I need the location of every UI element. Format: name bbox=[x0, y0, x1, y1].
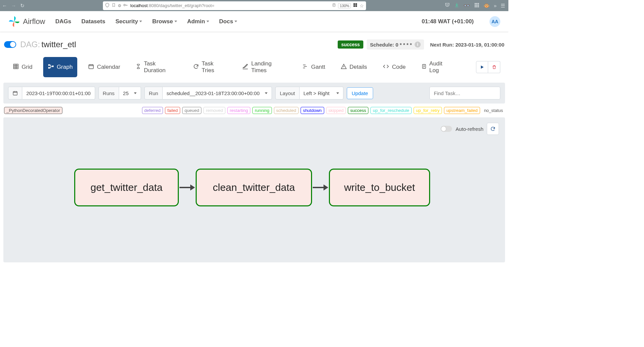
state-chip-running[interactable]: running bbox=[252, 107, 272, 114]
chevron-down-icon bbox=[174, 21, 177, 22]
state-chip-skipped[interactable]: skipped bbox=[326, 107, 346, 114]
nav-item-dags[interactable]: DAGs bbox=[55, 18, 71, 25]
svg-rect-7 bbox=[476, 3, 477, 4]
delete-dag-button[interactable] bbox=[488, 61, 500, 73]
dag-title-name: twitter_etl bbox=[41, 40, 76, 49]
refresh-icon bbox=[490, 126, 496, 132]
find-task-input[interactable] bbox=[429, 87, 500, 99]
reader-icon[interactable] bbox=[332, 3, 336, 8]
state-chip-deferred[interactable]: deferred bbox=[142, 107, 163, 114]
state-chip-failed[interactable]: failed bbox=[165, 107, 180, 114]
state-chip-queued[interactable]: queued bbox=[182, 107, 201, 114]
graph-area[interactable]: get_twitter_data clean_twitter_data writ… bbox=[3, 135, 505, 229]
refresh-button[interactable] bbox=[487, 123, 499, 135]
tab-graph[interactable]: Graph bbox=[43, 57, 77, 77]
bookmark-indicator-icon bbox=[112, 3, 116, 8]
dag-schedule-badge: Schedule: 0 * * * * i bbox=[367, 39, 424, 50]
dag-status-badge: success bbox=[338, 40, 363, 49]
tab-label: Gantt bbox=[311, 64, 325, 70]
nav-item-security[interactable]: Security bbox=[115, 18, 142, 25]
pinwheel-icon bbox=[8, 16, 20, 28]
graph-filter-toolbar: 2023-01-19T00:00:01+01:00 Runs 25 Run sc… bbox=[3, 83, 505, 104]
tab-gantt[interactable]: Gantt bbox=[298, 57, 330, 77]
star-bookmark-icon[interactable]: ☆ bbox=[360, 3, 364, 8]
dag-view-tabs: GridGraphCalendarTask DurationTask Tries… bbox=[0, 54, 508, 83]
svg-rect-16 bbox=[49, 64, 50, 66]
tab-audit-log[interactable]: Audit Log bbox=[417, 57, 457, 77]
grid-icon bbox=[13, 63, 19, 71]
calendar-icon[interactable] bbox=[8, 87, 22, 99]
state-chip-upstream_failed[interactable]: upstream_failed bbox=[444, 107, 480, 114]
auto-refresh-label: Auto-refresh bbox=[455, 126, 483, 132]
no-status-legend: no_status bbox=[483, 107, 504, 114]
tab-label: Calendar bbox=[97, 64, 120, 70]
svg-rect-11 bbox=[478, 5, 479, 6]
task-node-0[interactable]: get_twitter_data bbox=[74, 169, 179, 206]
trigger-dag-button[interactable] bbox=[476, 61, 488, 73]
state-chip-shutdown[interactable]: shutdown bbox=[301, 107, 324, 114]
svg-rect-3 bbox=[356, 3, 357, 5]
state-chip-up_for_reschedule[interactable]: up_for_reschedule bbox=[370, 107, 412, 114]
nav-item-datasets[interactable]: Datasets bbox=[81, 18, 105, 25]
svg-rect-6 bbox=[475, 3, 476, 4]
tab-details[interactable]: Details bbox=[336, 57, 372, 77]
gantt-icon bbox=[302, 63, 308, 71]
tune-icon: ⚙ bbox=[118, 3, 121, 8]
browser-urlbar[interactable]: ⚙ localhost:8080/dags/twitter_etl/graph?… bbox=[103, 1, 366, 10]
hamburger-menu-icon[interactable]: ☰ bbox=[501, 3, 505, 9]
reload-icon[interactable]: ↻ bbox=[20, 3, 25, 9]
run-select[interactable]: scheduled__2023-01-18T23:00:00+00:00 bbox=[163, 87, 272, 99]
overflow-icon[interactable]: » bbox=[494, 3, 497, 8]
nav-item-browse[interactable]: Browse bbox=[152, 18, 177, 25]
chevron-down-icon bbox=[234, 21, 237, 22]
forward-icon[interactable]: → bbox=[11, 3, 16, 8]
extension-face-icon[interactable]: 🐵 bbox=[483, 3, 490, 9]
zoom-level-badge[interactable]: 130% bbox=[338, 3, 351, 8]
nav-item-admin[interactable]: Admin bbox=[187, 18, 209, 25]
apps-grid-icon[interactable] bbox=[474, 2, 479, 9]
run-label: Run bbox=[144, 87, 163, 99]
grid-extension-icon[interactable] bbox=[353, 3, 358, 8]
tab-label: Grid bbox=[22, 64, 32, 70]
task-node-1[interactable]: clean_twitter_data bbox=[196, 169, 312, 206]
task-node-2[interactable]: write_to_bucket bbox=[329, 169, 430, 206]
dag-title-prefix: DAG: bbox=[20, 40, 40, 49]
tab-grid[interactable]: Grid bbox=[8, 57, 37, 77]
info-icon[interactable]: i bbox=[415, 41, 421, 48]
user-avatar[interactable]: AA bbox=[489, 16, 500, 27]
tab-calendar[interactable]: Calendar bbox=[83, 57, 125, 77]
app-navbar: Airflow DAGsDatasetsSecurityBrowseAdminD… bbox=[0, 11, 508, 32]
operator-legend-chip[interactable]: _PythonDecoratedOperator bbox=[4, 107, 62, 114]
tab-code[interactable]: Code bbox=[378, 57, 411, 77]
airflow-logo[interactable]: Airflow bbox=[8, 16, 45, 28]
edge-0-1 bbox=[179, 184, 195, 191]
tab-label: Graph bbox=[57, 64, 73, 70]
nav-item-docs[interactable]: Docs bbox=[219, 18, 237, 25]
state-chip-success[interactable]: success bbox=[348, 107, 368, 114]
state-chip-restarting[interactable]: restarting bbox=[227, 107, 250, 114]
back-icon[interactable]: ← bbox=[2, 3, 7, 8]
state-chip-up_for_retry[interactable]: up_for_retry bbox=[414, 107, 442, 114]
base-date-input[interactable]: 2023-01-19T00:00:01+01:00 bbox=[22, 87, 95, 99]
runs-select[interactable]: 25 bbox=[119, 87, 141, 99]
auto-refresh-toggle[interactable] bbox=[441, 126, 452, 132]
download-icon[interactable] bbox=[454, 2, 459, 9]
layout-select[interactable]: Left > Right bbox=[300, 87, 343, 99]
svg-rect-21 bbox=[13, 91, 17, 95]
extension-glasses-icon[interactable]: 👓 bbox=[464, 3, 470, 9]
state-chip-scheduled[interactable]: scheduled bbox=[274, 107, 299, 114]
svg-rect-12 bbox=[475, 6, 476, 7]
svg-rect-8 bbox=[478, 3, 479, 4]
tab-label: Task Tries bbox=[202, 60, 226, 74]
runs-label: Runs bbox=[99, 87, 119, 99]
tab-task-tries[interactable]: Task Tries bbox=[188, 57, 231, 77]
tab-label: Landing Times bbox=[251, 60, 287, 74]
update-button[interactable]: Update bbox=[347, 87, 373, 99]
pocket-icon[interactable] bbox=[445, 2, 450, 9]
tab-landing-times[interactable]: Landing Times bbox=[237, 57, 292, 77]
state-chip-removed[interactable]: removed bbox=[203, 107, 225, 114]
tab-task-duration[interactable]: Task Duration bbox=[131, 57, 182, 77]
audit-log-icon bbox=[421, 63, 427, 71]
dag-title: DAG: twitter_etl bbox=[20, 40, 76, 49]
dag-enable-toggle[interactable] bbox=[4, 41, 16, 48]
